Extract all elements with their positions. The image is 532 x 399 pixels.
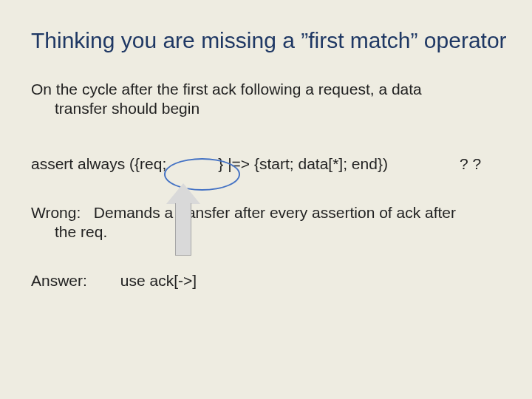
answer-label: Answer: <box>31 271 116 290</box>
answer-text: use ack[->] <box>120 272 197 289</box>
intro-paragraph: On the cycle after the first ack followi… <box>31 80 502 119</box>
arrow-shaft <box>175 203 191 256</box>
slide-title: Thinking you are missing a ”first match”… <box>31 28 510 53</box>
arrow-head-icon <box>166 183 200 204</box>
arrow-annotation <box>166 183 200 256</box>
wrong-line-2: the req. <box>55 223 107 240</box>
wrong-label: Wrong: <box>31 204 81 221</box>
intro-line-2: transfer should begin <box>55 100 200 117</box>
intro-line-1: On the cycle after the first ack followi… <box>31 81 422 98</box>
assert-pre: assert always ({req; <box>31 155 171 172</box>
slide-body: On the cycle after the first ack followi… <box>31 80 502 291</box>
assertion-line: assert always ({req; [*]; ack} |=> {star… <box>31 154 502 174</box>
slide: Thinking you are missing a ”first match”… <box>0 0 532 399</box>
assert-post: } |=> {start; data[*]; end}) <box>218 155 388 172</box>
question-marks: ? ? <box>460 154 481 174</box>
wrong-line-1: Demands a transfer after every assertion… <box>94 204 456 221</box>
wrong-paragraph: Wrong: Demands a transfer after every as… <box>31 203 502 242</box>
answer-line: Answer: use ack[->] <box>31 271 502 290</box>
